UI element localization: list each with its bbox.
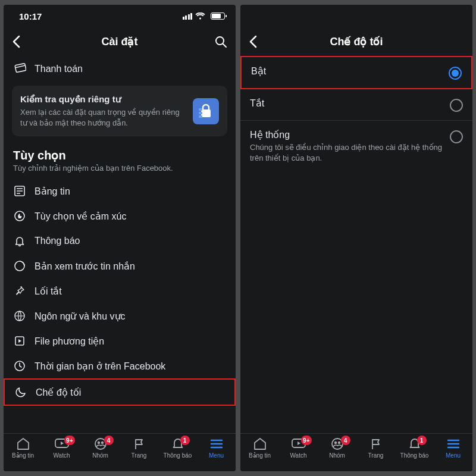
card-sub: Xem lại các cài đặt quan trọng về quyền … (20, 107, 186, 128)
flag-icon (133, 437, 146, 450)
item-shortcuts[interactable]: Lối tắt (4, 278, 236, 303)
item-label: Thông báo (35, 236, 80, 246)
badge: 4 (104, 436, 114, 445)
item-dark-mode[interactable]: Chế độ tối (4, 378, 236, 406)
header: Cài đặt (4, 27, 236, 56)
option-label: Bật (251, 65, 441, 77)
tab-feed[interactable]: Bảng tin (240, 437, 279, 459)
badge: 1 (180, 436, 190, 445)
item-language[interactable]: Ngôn ngữ và khu vực (4, 303, 236, 328)
groups-icon: 4 (93, 437, 108, 450)
svg-rect-3 (199, 108, 202, 111)
bell-icon: 1 (408, 437, 421, 450)
home-icon (16, 437, 30, 450)
tab-notifications[interactable]: 1 Thông báo (395, 437, 434, 459)
settings-content: Thanh toán Kiểm tra quyền riêng tư Xem l… (4, 56, 236, 433)
item-time-on-fb[interactable]: Thời gian bạn ở trên Facebook (4, 353, 236, 378)
item-media[interactable]: File phương tiện (4, 328, 236, 353)
tab-groups[interactable]: 4 Nhóm (318, 437, 356, 459)
back-icon[interactable] (249, 35, 257, 48)
tab-label: Trang (131, 452, 147, 459)
item-label: Ngôn ngữ và khu vực (35, 311, 126, 322)
item-feed[interactable]: Bảng tin (4, 178, 236, 203)
option-off[interactable]: Tắt (240, 89, 472, 121)
badge: 9+ (64, 436, 74, 445)
card-text: Kiểm tra quyền riêng tư Xem lại các cài … (20, 94, 186, 128)
badge: 1 (417, 436, 427, 445)
option-on[interactable]: Bật (240, 56, 472, 89)
radio-selected-icon[interactable] (449, 67, 462, 80)
battery-icon (211, 12, 225, 20)
tab-label: Menu (209, 452, 224, 459)
tab-watch[interactable]: 9+ Watch (42, 437, 81, 459)
tab-groups[interactable]: 4 Nhóm (81, 437, 120, 459)
status-bar: 10:17 (4, 5, 236, 27)
section-title: Tùy chọn (4, 146, 236, 164)
phone-dark-mode: . Chế độ tối Bật Tắt Hệ thống Chúng tôi … (240, 5, 472, 471)
svg-point-14 (97, 441, 99, 444)
option-system[interactable]: Hệ thống Chúng tôi sẽ điều chỉnh giao di… (240, 121, 472, 171)
back-icon[interactable] (12, 35, 20, 48)
radio-icon[interactable] (450, 99, 463, 112)
tab-notifications[interactable]: 1 Thông báo (158, 437, 197, 459)
tab-label: Trang (368, 452, 384, 459)
watch-icon: 9+ (291, 437, 306, 450)
search-icon[interactable] (214, 35, 227, 48)
radio-icon[interactable] (450, 130, 463, 143)
tab-label: Watch (54, 452, 70, 459)
bell-icon: 1 (171, 437, 184, 450)
tab-pages[interactable]: Trang (120, 437, 158, 459)
svg-rect-5 (199, 115, 202, 118)
item-label: Thời gian bạn ở trên Facebook (35, 361, 165, 372)
tab-watch[interactable]: 9+ Watch (279, 437, 318, 459)
tab-menu[interactable]: Menu (434, 437, 472, 459)
tab-label: Nhóm (329, 452, 345, 459)
item-label: Tùy chọn về cảm xúc (35, 211, 126, 222)
header: Chế độ tối (240, 27, 472, 56)
tab-feed[interactable]: Bảng tin (4, 437, 42, 459)
option-label: Hệ thống (250, 129, 443, 140)
svg-point-18 (334, 441, 336, 444)
tab-menu[interactable]: Menu (197, 437, 236, 459)
item-label: Bản xem trước tin nhắn (35, 261, 135, 272)
page-title: Cài đặt (101, 35, 137, 48)
card-title: Kiểm tra quyền riêng tư (20, 94, 186, 105)
tab-bar: Bảng tin 9+ Watch 4 Nhóm Trang 1 Thô (4, 433, 236, 471)
phone-settings: 10:17 Cài đặt Thanh toán Kiểm tra quyền … (4, 5, 236, 471)
tab-bar: Bảng tin 9+ Watch 4 Nhóm Trang 1 Thô (240, 433, 472, 471)
svg-rect-4 (199, 112, 202, 114)
tab-label: Watch (290, 452, 307, 459)
item-label: Lối tắt (35, 286, 62, 297)
play-file-icon (13, 335, 26, 347)
item-notifications[interactable]: Thông báo (4, 228, 236, 253)
tab-label: Nhóm (92, 452, 108, 459)
watch-icon: 9+ (54, 437, 70, 450)
item-reaction[interactable]: Tùy chọn về cảm xúc (4, 203, 236, 228)
svg-rect-2 (201, 109, 211, 117)
like-icon (13, 210, 26, 222)
page-title: Chế độ tối (330, 35, 383, 48)
privacy-checkup-card[interactable]: Kiểm tra quyền riêng tư Xem lại các cài … (12, 86, 227, 136)
tab-label: Thông báo (400, 452, 429, 459)
item-message-preview[interactable]: Bản xem trước tin nhắn (4, 253, 236, 278)
svg-point-15 (101, 441, 103, 444)
globe-icon (13, 310, 26, 322)
privacy-badge-icon (193, 98, 219, 124)
flag-icon (369, 437, 383, 450)
pin-icon (13, 285, 26, 297)
tab-label: Bảng tin (249, 452, 271, 459)
card-icon (13, 62, 26, 76)
item-label: Bảng tin (35, 186, 70, 197)
svg-point-19 (337, 441, 340, 444)
clock-icon (13, 360, 26, 372)
item-label: File phương tiện (35, 336, 104, 347)
message-preview-icon (13, 260, 26, 272)
tab-pages[interactable]: Trang (356, 437, 395, 459)
menu-icon (446, 437, 461, 450)
tab-label: Menu (446, 452, 461, 459)
moon-icon (14, 386, 27, 398)
option-text: Hệ thống Chúng tôi sẽ điều chỉnh giao di… (250, 129, 443, 163)
section-sub: Tùy chỉnh trải nghiệm của bạn trên Faceb… (4, 164, 236, 178)
item-label: Thanh toán (35, 64, 83, 74)
item-payment[interactable]: Thanh toán (4, 56, 236, 82)
